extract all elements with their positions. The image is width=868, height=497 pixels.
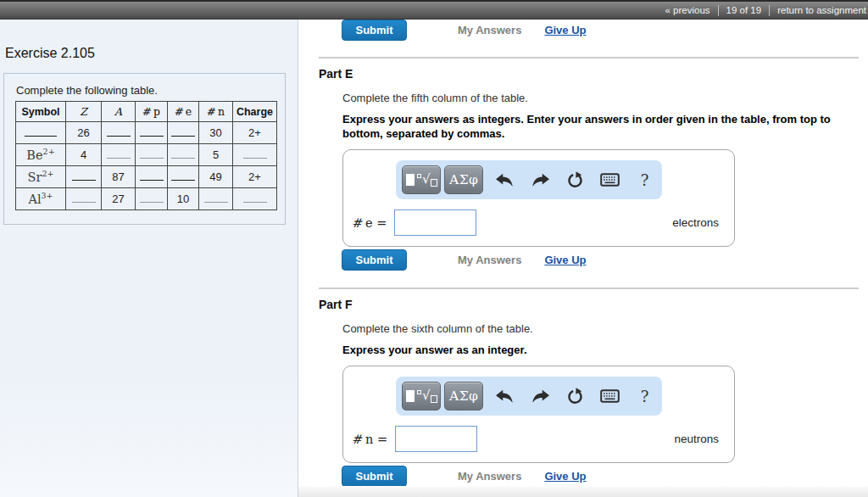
table-cell: 87 <box>102 166 136 188</box>
root-template-glyph: √ <box>417 173 437 187</box>
part-f-answer-box: √ ΑΣφ <box>342 366 735 463</box>
table-cell <box>136 144 168 166</box>
topbar-separator <box>718 5 719 16</box>
table-cell: 5 <box>199 144 233 166</box>
table-cell <box>136 122 168 144</box>
element-symbol: Al3+ <box>28 193 53 206</box>
exercise-table: SymbolZA# p# e# nCharge26302+Be2+45Sr2+8… <box>15 101 277 210</box>
return-to-assignment-link[interactable]: return to assignment <box>777 5 866 15</box>
table-row: Al3+2710 <box>16 188 277 210</box>
answers-panel: Submit My Answers Give Up Part E Complet… <box>298 20 868 497</box>
equation-template-icon[interactable]: √ <box>402 382 441 410</box>
blank-underscore <box>140 171 164 181</box>
table-cell: 10 <box>168 188 199 210</box>
blank-underscore <box>107 149 131 159</box>
table-cell: 2+ <box>233 122 277 144</box>
reset-icon[interactable] <box>563 171 587 189</box>
table-cell <box>233 188 277 210</box>
column-header: # p <box>136 102 168 122</box>
blank-underscore <box>204 193 228 203</box>
blank-underscore <box>72 171 96 181</box>
topbar-separator <box>769 5 770 16</box>
table-cell: 26 <box>66 122 102 144</box>
redo-icon[interactable] <box>528 173 553 187</box>
blank-underscore <box>171 171 195 181</box>
undo-icon[interactable] <box>493 173 518 187</box>
part-f-prompt: Complete the sixth column of the table. <box>342 322 868 335</box>
keyboard-icon[interactable] <box>598 173 622 187</box>
table-row: Sr2+87492+ <box>16 166 277 188</box>
answer-unit: electrons <box>672 216 719 229</box>
table-row: 26302+ <box>16 122 277 144</box>
my-answers-link[interactable]: My Answers <box>458 470 521 483</box>
table-cell <box>136 166 168 188</box>
part-f-answer-row: # n = neutrons <box>353 426 719 452</box>
column-header: # n <box>199 102 233 122</box>
table-cell: 27 <box>102 188 136 210</box>
filled-square-glyph <box>406 174 415 186</box>
equation-template-icon[interactable]: √ <box>402 165 441 194</box>
answer-label: # e = <box>353 216 387 230</box>
undo-icon[interactable] <box>493 389 518 404</box>
greek-symbols-icon[interactable]: ΑΣφ <box>444 165 483 194</box>
blank-underscore <box>140 127 164 137</box>
blank-underscore <box>140 149 164 159</box>
top-navigation-bar: « previous 19 of 19 return to assignment <box>0 0 868 20</box>
equation-toolbar: √ ΑΣφ <box>396 377 662 416</box>
column-header: Symbol <box>16 102 66 122</box>
blank-underscore <box>243 149 267 159</box>
filled-square-glyph <box>406 390 415 402</box>
part-e-answer-input[interactable] <box>394 209 476 236</box>
element-symbol: Sr2+ <box>28 170 54 184</box>
table-instruction: Complete the following table. <box>16 84 285 97</box>
table-cell <box>66 188 102 210</box>
column-header: Z <box>66 102 102 122</box>
part-e-answer-row: # e = electrons <box>353 209 719 236</box>
table-cell <box>66 166 102 188</box>
table-cell: Sr2+ <box>16 166 66 188</box>
table-cell: 30 <box>199 122 233 144</box>
exercise-box: Complete the following table. SymbolZA# … <box>3 73 286 225</box>
table-cell: 49 <box>199 166 233 188</box>
reset-icon[interactable] <box>563 388 587 405</box>
table-row: Be2+45 <box>16 144 277 166</box>
previous-link[interactable]: « previous <box>665 5 710 15</box>
table-cell <box>233 144 277 166</box>
part-e-actions-row: Submit My Answers Give Up <box>342 249 868 271</box>
part-e-prompt: Complete the fifth column of the table. <box>342 92 868 104</box>
greek-symbols-icon[interactable]: ΑΣφ <box>444 382 483 410</box>
blank-underscore <box>243 193 267 203</box>
help-icon[interactable]: ? <box>632 171 657 189</box>
table-cell: Al3+ <box>16 188 66 210</box>
root-template-glyph: √ <box>417 389 437 403</box>
redo-icon[interactable] <box>528 389 553 404</box>
submit-button[interactable]: Submit <box>342 466 407 487</box>
submit-button[interactable]: Submit <box>342 20 407 41</box>
table-cell <box>136 188 168 210</box>
table-cell <box>16 122 66 144</box>
table-cell <box>168 122 199 144</box>
column-header: # e <box>168 102 199 122</box>
top-actions-row: Submit My Answers Give Up <box>342 20 868 40</box>
table-cell <box>199 188 233 210</box>
my-answers-link[interactable]: My Answers <box>458 24 521 36</box>
give-up-link[interactable]: Give Up <box>544 470 586 483</box>
section-divider <box>319 288 859 289</box>
blank-underscore <box>171 127 195 137</box>
content: Exercise 2.105 Complete the following ta… <box>0 20 868 497</box>
page: « previous 19 of 19 return to assignment… <box>0 0 868 497</box>
help-icon[interactable]: ? <box>632 388 657 405</box>
my-answers-link[interactable]: My Answers <box>458 254 521 266</box>
give-up-link[interactable]: Give Up <box>544 254 586 266</box>
element-symbol: Be2+ <box>26 148 54 162</box>
part-f-instruction: Express your answer as an integer. <box>342 343 868 357</box>
blank-underscore <box>25 127 57 137</box>
part-f-heading: Part F <box>319 298 868 311</box>
part-f-answer-input[interactable] <box>395 426 477 452</box>
part-e-heading: Part E <box>319 67 868 81</box>
give-up-link[interactable]: Give Up <box>544 24 586 36</box>
submit-button[interactable]: Submit <box>342 249 407 271</box>
footer-strip <box>298 486 868 497</box>
section-divider <box>319 57 859 59</box>
keyboard-icon[interactable] <box>598 389 622 403</box>
